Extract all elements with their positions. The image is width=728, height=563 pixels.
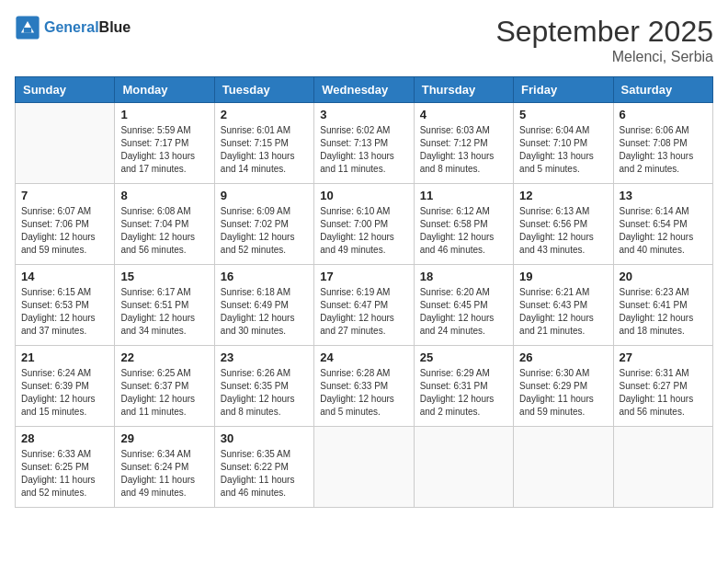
day-info: Sunrise: 6:23 AM Sunset: 6:41 PM Dayligh…	[620, 286, 707, 338]
calendar-cell: 6Sunrise: 6:06 AM Sunset: 7:08 PM Daylig…	[613, 103, 712, 184]
day-number: 10	[320, 189, 407, 202]
day-number: 21	[21, 350, 108, 364]
day-info: Sunrise: 6:01 AM Sunset: 7:15 PM Dayligh…	[221, 124, 308, 176]
day-number: 15	[120, 270, 208, 283]
calendar-cell: 3Sunrise: 6:02 AM Sunset: 7:13 PM Daylig…	[314, 103, 414, 184]
day-number: 22	[120, 350, 208, 364]
calendar-cell: 11Sunrise: 6:12 AM Sunset: 6:58 PM Dayli…	[414, 184, 513, 265]
day-number: 20	[620, 270, 707, 283]
day-number: 2	[221, 108, 308, 121]
calendar-header-cell: Wednesday	[314, 77, 414, 103]
calendar-header-cell: Saturday	[613, 77, 712, 103]
day-number: 5	[519, 108, 607, 121]
calendar-cell: 2Sunrise: 6:01 AM Sunset: 7:15 PM Daylig…	[214, 103, 313, 184]
day-info: Sunrise: 6:31 AM Sunset: 6:27 PM Dayligh…	[620, 367, 707, 419]
calendar-cell: 30Sunrise: 6:35 AM Sunset: 6:22 PM Dayli…	[214, 427, 313, 508]
day-info: Sunrise: 6:04 AM Sunset: 7:10 PM Dayligh…	[519, 124, 607, 176]
calendar-cell: 9Sunrise: 6:09 AM Sunset: 7:02 PM Daylig…	[214, 184, 313, 265]
day-number: 25	[420, 350, 507, 364]
calendar-cell	[314, 427, 414, 508]
logo: GeneralBlue	[15, 15, 131, 40]
day-info: Sunrise: 6:34 AM Sunset: 6:24 PM Dayligh…	[120, 448, 208, 500]
calendar-week-row: 7Sunrise: 6:07 AM Sunset: 7:06 PM Daylig…	[16, 184, 713, 265]
logo-line1: GeneralBlue	[44, 18, 131, 36]
day-info: Sunrise: 6:17 AM Sunset: 6:51 PM Dayligh…	[120, 286, 208, 338]
calendar-cell: 14Sunrise: 6:15 AM Sunset: 6:53 PM Dayli…	[16, 265, 115, 346]
day-info: Sunrise: 6:03 AM Sunset: 7:12 PM Dayligh…	[420, 124, 507, 176]
calendar-week-row: 14Sunrise: 6:15 AM Sunset: 6:53 PM Dayli…	[16, 265, 713, 346]
day-number: 17	[320, 270, 407, 283]
day-info: Sunrise: 6:02 AM Sunset: 7:13 PM Dayligh…	[320, 124, 407, 176]
calendar-week-row: 21Sunrise: 6:24 AM Sunset: 6:39 PM Dayli…	[16, 346, 713, 427]
calendar-cell: 25Sunrise: 6:29 AM Sunset: 6:31 PM Dayli…	[414, 346, 513, 427]
day-info: Sunrise: 6:15 AM Sunset: 6:53 PM Dayligh…	[21, 286, 108, 338]
calendar-cell	[514, 427, 613, 508]
day-info: Sunrise: 6:18 AM Sunset: 6:49 PM Dayligh…	[221, 286, 308, 338]
calendar-header-row: SundayMondayTuesdayWednesdayThursdayFrid…	[16, 77, 713, 103]
day-number: 23	[221, 350, 308, 364]
calendar-cell: 15Sunrise: 6:17 AM Sunset: 6:51 PM Dayli…	[115, 265, 214, 346]
calendar-cell: 24Sunrise: 6:28 AM Sunset: 6:33 PM Dayli…	[314, 346, 414, 427]
calendar-header-cell: Thursday	[414, 77, 513, 103]
day-info: Sunrise: 6:09 AM Sunset: 7:02 PM Dayligh…	[221, 205, 308, 257]
day-info: Sunrise: 5:59 AM Sunset: 7:17 PM Dayligh…	[120, 124, 208, 176]
calendar-cell: 21Sunrise: 6:24 AM Sunset: 6:39 PM Dayli…	[16, 346, 115, 427]
calendar-cell: 4Sunrise: 6:03 AM Sunset: 7:12 PM Daylig…	[414, 103, 513, 184]
calendar-cell: 26Sunrise: 6:30 AM Sunset: 6:29 PM Dayli…	[514, 346, 613, 427]
day-number: 28	[21, 431, 108, 445]
day-number: 27	[620, 350, 707, 364]
day-number: 7	[21, 189, 108, 202]
calendar-cell: 12Sunrise: 6:13 AM Sunset: 6:56 PM Dayli…	[514, 184, 613, 265]
calendar-cell	[414, 427, 513, 508]
calendar-cell: 16Sunrise: 6:18 AM Sunset: 6:49 PM Dayli…	[214, 265, 313, 346]
calendar-cell: 20Sunrise: 6:23 AM Sunset: 6:41 PM Dayli…	[613, 265, 712, 346]
calendar-cell: 10Sunrise: 6:10 AM Sunset: 7:00 PM Dayli…	[314, 184, 414, 265]
calendar-cell: 27Sunrise: 6:31 AM Sunset: 6:27 PM Dayli…	[613, 346, 712, 427]
day-info: Sunrise: 6:06 AM Sunset: 7:08 PM Dayligh…	[620, 124, 707, 176]
calendar-table: SundayMondayTuesdayWednesdayThursdayFrid…	[15, 76, 713, 508]
day-number: 24	[320, 350, 407, 364]
calendar-cell	[613, 427, 712, 508]
calendar-cell: 5Sunrise: 6:04 AM Sunset: 7:10 PM Daylig…	[514, 103, 613, 184]
calendar-cell: 17Sunrise: 6:19 AM Sunset: 6:47 PM Dayli…	[314, 265, 414, 346]
day-info: Sunrise: 6:20 AM Sunset: 6:45 PM Dayligh…	[420, 286, 507, 338]
calendar-cell: 19Sunrise: 6:21 AM Sunset: 6:43 PM Dayli…	[514, 265, 613, 346]
day-number: 12	[519, 189, 607, 202]
month-year: September 2025	[495, 15, 713, 49]
day-info: Sunrise: 6:21 AM Sunset: 6:43 PM Dayligh…	[519, 286, 607, 338]
day-info: Sunrise: 6:12 AM Sunset: 6:58 PM Dayligh…	[420, 205, 507, 257]
day-info: Sunrise: 6:07 AM Sunset: 7:06 PM Dayligh…	[21, 205, 108, 257]
day-info: Sunrise: 6:13 AM Sunset: 6:56 PM Dayligh…	[519, 205, 607, 257]
day-number: 13	[620, 189, 707, 202]
calendar-cell: 22Sunrise: 6:25 AM Sunset: 6:37 PM Dayli…	[115, 346, 214, 427]
day-number: 8	[120, 189, 208, 202]
day-info: Sunrise: 6:25 AM Sunset: 6:37 PM Dayligh…	[120, 367, 208, 419]
day-number: 30	[221, 431, 308, 445]
calendar-header-cell: Sunday	[16, 77, 115, 103]
calendar-cell: 18Sunrise: 6:20 AM Sunset: 6:45 PM Dayli…	[414, 265, 513, 346]
day-number: 4	[420, 108, 507, 121]
day-info: Sunrise: 6:19 AM Sunset: 6:47 PM Dayligh…	[320, 286, 407, 338]
calendar-header-cell: Tuesday	[214, 77, 313, 103]
calendar-cell: 23Sunrise: 6:26 AM Sunset: 6:35 PM Dayli…	[214, 346, 313, 427]
calendar-body: 1Sunrise: 5:59 AM Sunset: 7:17 PM Daylig…	[16, 103, 713, 508]
day-info: Sunrise: 6:35 AM Sunset: 6:22 PM Dayligh…	[221, 448, 308, 500]
calendar-header-cell: Friday	[514, 77, 613, 103]
day-number: 16	[221, 270, 308, 283]
calendar-cell	[16, 103, 115, 184]
day-number: 6	[620, 108, 707, 121]
day-number: 1	[120, 108, 208, 121]
calendar-cell: 13Sunrise: 6:14 AM Sunset: 6:54 PM Dayli…	[613, 184, 712, 265]
day-number: 14	[21, 270, 108, 283]
calendar-cell: 7Sunrise: 6:07 AM Sunset: 7:06 PM Daylig…	[16, 184, 115, 265]
day-number: 19	[519, 270, 607, 283]
calendar-header-cell: Monday	[115, 77, 214, 103]
day-info: Sunrise: 6:14 AM Sunset: 6:54 PM Dayligh…	[620, 205, 707, 257]
day-number: 11	[420, 189, 507, 202]
day-number: 26	[519, 350, 607, 364]
calendar-cell: 28Sunrise: 6:33 AM Sunset: 6:25 PM Dayli…	[16, 427, 115, 508]
svg-rect-2	[24, 28, 31, 33]
day-number: 29	[120, 431, 208, 445]
day-info: Sunrise: 6:26 AM Sunset: 6:35 PM Dayligh…	[221, 367, 308, 419]
day-info: Sunrise: 6:33 AM Sunset: 6:25 PM Dayligh…	[21, 448, 108, 500]
